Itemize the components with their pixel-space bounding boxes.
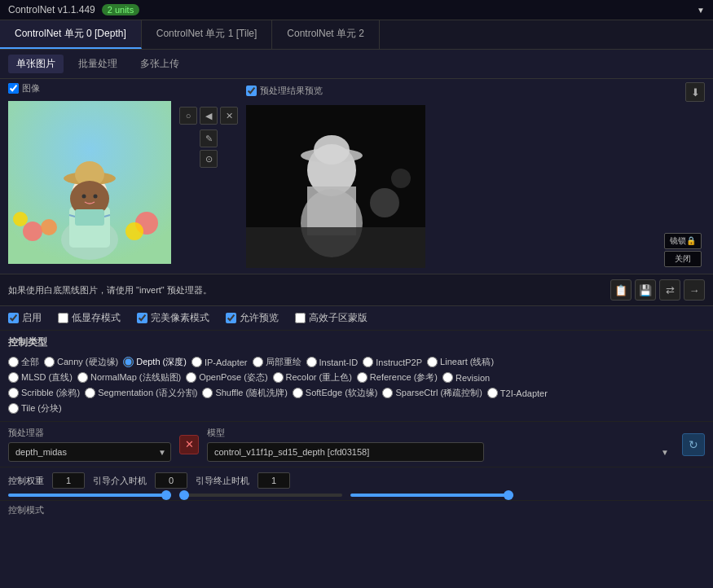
- control-types-row1: 全部 Canny (硬边缘) Depth (深度) IP-Adapter 局部重…: [8, 356, 705, 368]
- refresh-btn[interactable]: ○: [179, 107, 197, 125]
- efficient-option[interactable]: 高效子区蒙版: [295, 311, 368, 325]
- control-weight-value[interactable]: [52, 472, 85, 489]
- subtab-batch[interactable]: 批量处理: [70, 55, 125, 73]
- tab-1[interactable]: ControlNet 单元 1 [Tile]: [142, 20, 273, 49]
- guidance-start-label: 引导介入时机: [93, 475, 147, 487]
- preprocessor-select-wrapper: depth_midas ▼: [8, 442, 171, 462]
- guidance-start-value[interactable]: [155, 472, 187, 489]
- model-select[interactable]: control_v11f1p_sd15_depth [cfd03158]: [207, 442, 484, 462]
- reload-btn[interactable]: ↻: [682, 433, 705, 456]
- collapse-arrow[interactable]: ▼: [697, 6, 705, 15]
- swap-btn[interactable]: ⇄: [659, 279, 680, 301]
- radio-scribble[interactable]: Scribble (涂鸦): [8, 387, 80, 399]
- image-section: 图像: [0, 79, 713, 274]
- control-types-row4: Tile (分块): [8, 402, 705, 415]
- radio-normalmap[interactable]: NormalMap (法线贴图): [77, 371, 181, 384]
- radio-lineart-label: Lineart (线稿): [440, 356, 494, 368]
- main-tabs: ControlNet 单元 0 [Depth] ControlNet 单元 1 …: [0, 20, 713, 50]
- enable-checkbox[interactable]: [8, 313, 19, 323]
- svg-point-4: [125, 222, 143, 240]
- guidance-start-slider[interactable]: [179, 494, 342, 497]
- radio-all[interactable]: 全部: [8, 356, 39, 368]
- radio-all-label: 全部: [21, 356, 39, 368]
- radio-canny[interactable]: Canny (硬边缘): [44, 356, 118, 368]
- mirror-lock-btn[interactable]: 镜锁🔒: [664, 233, 702, 249]
- app-title: ControlNet v1.1.449: [8, 4, 95, 15]
- radio-scribble-label: Scribble (涂鸦): [21, 387, 80, 399]
- enable-option[interactable]: 启用: [8, 311, 42, 325]
- radio-depth[interactable]: Depth (深度): [123, 356, 187, 368]
- radio-segmentation[interactable]: Segmentation (语义分割): [85, 387, 197, 399]
- sub-tabs: 单张图片 批量处理 多张上传: [0, 50, 713, 79]
- preview-allow-checkbox[interactable]: [226, 313, 236, 323]
- lowvram-option[interactable]: 低显存模式: [58, 311, 121, 325]
- radio-local[interactable]: 局部重绘: [253, 356, 301, 368]
- image-middle-controls: ○ ◀ ✕ ✎ ⊙: [179, 82, 238, 270]
- radio-instantid-label: Instant-ID: [319, 358, 359, 367]
- radio-shuffle[interactable]: Shuffle (随机洗牌): [202, 387, 287, 399]
- radio-t2iadapter[interactable]: T2I-Adapter: [487, 387, 548, 399]
- enable-label: 启用: [22, 311, 42, 325]
- back-btn[interactable]: ◀: [200, 107, 218, 125]
- radio-instructp2p[interactable]: InstructP2P: [363, 356, 422, 368]
- radio-openpose[interactable]: OpenPose (姿态): [186, 371, 267, 384]
- save-btn[interactable]: 💾: [635, 279, 656, 301]
- control-mode-label: 控制模式: [8, 505, 44, 515]
- edit-btn[interactable]: ✎: [200, 129, 218, 147]
- efficient-checkbox[interactable]: [295, 313, 306, 323]
- guidance-end-value[interactable]: [257, 472, 290, 489]
- svg-point-1: [23, 222, 42, 241]
- send-btn[interactable]: →: [684, 279, 705, 301]
- preview-option[interactable]: 允许预览: [226, 311, 279, 325]
- image-label: 图像: [8, 82, 171, 94]
- radio-recolor[interactable]: Recolor (重上色): [273, 371, 352, 384]
- delete-btn[interactable]: ✕: [179, 435, 199, 454]
- image-checkbox[interactable]: [8, 83, 19, 94]
- control-weight-slider[interactable]: [8, 494, 171, 497]
- svg-point-12: [82, 195, 86, 199]
- radio-softedge[interactable]: SoftEdge (软边缘): [293, 387, 378, 399]
- lowvram-checkbox[interactable]: [58, 313, 68, 323]
- radio-revision[interactable]: Revision: [442, 371, 490, 384]
- close-overlay-btn[interactable]: 关闭: [664, 251, 702, 267]
- radio-ipadapter-label: IP-Adapter: [205, 358, 248, 367]
- slider-bars: [0, 494, 713, 500]
- title-bar: ControlNet v1.1.449 2 units ▼: [0, 0, 713, 20]
- image-upload-area[interactable]: [8, 101, 171, 266]
- control-mode-section: 控制模式: [0, 500, 713, 520]
- svg-point-5: [13, 212, 28, 226]
- close-btn[interactable]: ✕: [220, 107, 238, 125]
- subtab-single[interactable]: 单张图片: [8, 55, 64, 73]
- pixel-checkbox[interactable]: [137, 313, 147, 323]
- radio-lineart[interactable]: Lineart (线稿): [427, 356, 494, 368]
- anime-image: [8, 101, 171, 264]
- radio-tile[interactable]: Tile (分块): [8, 402, 62, 415]
- pixel-option[interactable]: 完美像素模式: [137, 311, 209, 325]
- subtab-upload[interactable]: 多张上传: [132, 55, 187, 73]
- zoom-btn[interactable]: ⊙: [200, 150, 218, 168]
- options-row: 启用 低显存模式 完美像素模式 允许预览 高效子区蒙版: [0, 306, 713, 331]
- tab-2[interactable]: ControlNet 单元 2: [272, 20, 380, 49]
- preprocessor-group: 预处理器 depth_midas ▼: [8, 427, 171, 462]
- radio-instantid[interactable]: Instant-ID: [306, 356, 359, 368]
- radio-mlsd[interactable]: MLSD (直线): [8, 371, 73, 384]
- radio-depth-label: Depth (深度): [136, 356, 187, 368]
- svg-point-18: [314, 135, 350, 165]
- img-ctrl-row1: ○ ◀ ✕: [179, 107, 238, 125]
- tab-0[interactable]: ControlNet 单元 0 [Depth]: [0, 20, 142, 49]
- model-select-wrapper: control_v11f1p_sd15_depth [cfd03158] ▼: [207, 442, 674, 462]
- radio-normalmap-label: NormalMap (法线贴图): [90, 371, 181, 384]
- guidance-end-slider[interactable]: [350, 494, 513, 497]
- preprocessor-select[interactable]: depth_midas: [8, 442, 171, 462]
- radio-instructp2p-label: InstructP2P: [376, 358, 422, 367]
- clipboard-btn[interactable]: 📋: [610, 279, 632, 301]
- radio-reference[interactable]: Reference (参考): [357, 371, 438, 384]
- radio-segmentation-label: Segmentation (语义分割): [98, 387, 197, 399]
- model-label: 模型: [207, 427, 674, 439]
- download-btn[interactable]: ⬇: [685, 82, 705, 102]
- radio-sparsectrl[interactable]: SparseCtrl (稀疏控制): [382, 387, 482, 399]
- image-upload-panel: 图像: [8, 82, 171, 270]
- preprocessor-label: 预处理器: [8, 427, 171, 439]
- preview-checkbox[interactable]: [246, 86, 257, 96]
- radio-ipadapter[interactable]: IP-Adapter: [191, 356, 248, 368]
